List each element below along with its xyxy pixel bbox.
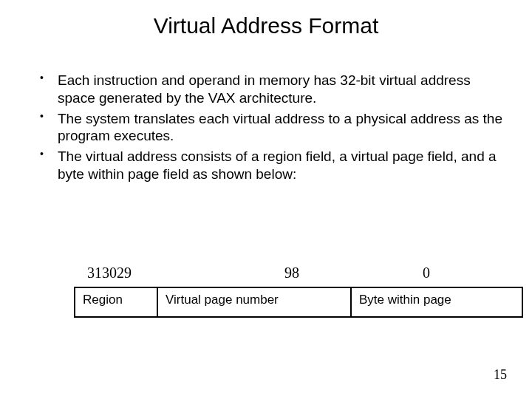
address-format-table: Region Virtual page number Byte within p… (74, 287, 473, 318)
bit-label-mid: 98 (284, 265, 299, 282)
bit-label-high: 313029 (87, 265, 132, 282)
bullet-item: The virtual address consists of a region… (30, 148, 502, 183)
slide-title: Virtual Address Format (0, 0, 532, 38)
slide: Virtual Address Format Each instruction … (0, 0, 532, 399)
bullet-item: The system translates each virtual addre… (30, 110, 502, 146)
bit-label-low: 0 (423, 265, 430, 282)
bullet-list: Each instruction and operand in memory h… (30, 72, 502, 183)
field-virtual-page-number: Virtual page number (157, 287, 351, 317)
page-number: 15 (494, 367, 507, 383)
field-byte-within-page: Byte within page (351, 287, 522, 317)
bullet-item: Each instruction and operand in memory h… (30, 72, 502, 107)
field-region: Region (75, 287, 157, 317)
